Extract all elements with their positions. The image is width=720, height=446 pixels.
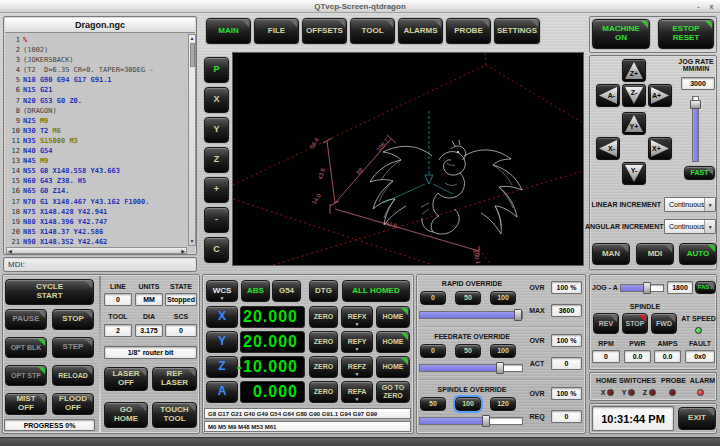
feed-50-button[interactable]: 50 — [455, 344, 481, 358]
zero-y-button[interactable]: ZERO — [309, 331, 338, 353]
view-y-button[interactable]: Y — [204, 117, 229, 143]
angular-increment-select[interactable]: Continuous ▼ — [664, 219, 716, 234]
tab-alarms[interactable]: ALARMS — [398, 18, 443, 44]
gcode-line[interactable]: 3(JOKERSBACK) — [6, 55, 187, 65]
flood-button[interactable]: FLOOD OFF — [52, 393, 94, 415]
dtg-button[interactable]: DTG — [309, 280, 338, 302]
chevron-down-icon[interactable]: ▼ — [704, 198, 715, 211]
zero-z-button[interactable]: ZERO — [309, 356, 338, 378]
view-p-button[interactable]: P — [204, 57, 229, 83]
axis-x-button[interactable]: X — [206, 306, 238, 328]
go-to-zero-button[interactable]: GO TO ZERO — [376, 381, 410, 403]
axis-z-button[interactable]: Z — [206, 356, 238, 378]
scroll-left-icon[interactable]: ◀ — [8, 248, 12, 254]
g54-button[interactable]: G54 — [272, 280, 301, 302]
close-button[interactable]: x — [706, 2, 717, 12]
rapid-50-button[interactable]: 50 — [455, 291, 481, 305]
rapid-0-button[interactable]: 0 — [420, 291, 446, 305]
home-z-button[interactable]: HOME — [376, 356, 410, 378]
gcode-line[interactable]: 20N85 X148.37 Y42.586 — [6, 227, 187, 237]
scroll-down-icon[interactable]: ▼ — [189, 238, 195, 245]
jog-rate-slider[interactable] — [692, 96, 699, 162]
axis-y-button[interactable]: Y — [206, 331, 238, 353]
feedrate-override-slider[interactable] — [419, 364, 523, 372]
ref-z-button[interactable]: REFZ▼ — [341, 356, 373, 378]
tab-tool[interactable]: TOOL — [350, 18, 395, 44]
ref-x-button[interactable]: REFX▼ — [341, 306, 373, 328]
step-button[interactable]: STEP — [52, 337, 94, 358]
home-y-button[interactable]: HOME — [376, 331, 410, 353]
gcode-line[interactable]: 5N10 G90 G94 G17 G91.1 — [6, 75, 187, 85]
gcode-line[interactable]: 17N70 G1 X148.467 Y43.162 F1000. — [6, 197, 187, 207]
gcode-line[interactable]: 6N15 G21 — [6, 85, 187, 95]
axis-a-button[interactable]: A — [206, 381, 238, 403]
gcode-line[interactable]: 15N60 G43 Z38. H5 — [6, 176, 187, 186]
plot-canvas[interactable]: 56.6 43.6 14.0 88 108.7 82.9 200.1 — [232, 52, 584, 266]
touch-tool-button[interactable]: TOUCH TOOL — [152, 402, 197, 428]
view-z-button[interactable]: Z — [204, 147, 229, 173]
gcode-line[interactable]: 19N80 X148.396 Y42.747 — [6, 217, 187, 227]
gcode-line[interactable]: 9N25 M9 — [6, 116, 187, 126]
feed-slider-handle[interactable] — [496, 362, 504, 374]
gcode-hscrollbar[interactable]: ◀ ▶ — [6, 247, 187, 254]
linear-increment-select[interactable]: Continuous ▼ — [664, 197, 716, 212]
tab-probe[interactable]: PROBE — [446, 18, 491, 44]
jog-x-plus-button[interactable]: X+ — [648, 137, 672, 160]
gcode-line[interactable]: 10N30 T2 M6 — [6, 126, 187, 136]
jog-a-minus-button[interactable]: A- — [596, 84, 620, 107]
exit-button[interactable]: EXIT — [678, 407, 716, 430]
mdi-input[interactable]: MDI: — [3, 257, 197, 272]
gcode-line[interactable]: 18N75 X148.428 Y42.941 — [6, 207, 187, 217]
gcode-line[interactable]: 1% — [6, 35, 187, 45]
cycle-start-button[interactable]: CYCLE START — [5, 279, 94, 305]
opt-blk-button[interactable]: OPT BLK — [5, 337, 47, 358]
jog-a-plus-button[interactable]: A+ — [648, 84, 672, 107]
gcode-line[interactable]: 12N40 G54 — [6, 146, 187, 156]
gcode-line[interactable]: 8(DRAGON) — [6, 106, 187, 116]
titlebar[interactable]: QTvcp-Screen-qtdragon - x — [0, 0, 720, 13]
gcode-line[interactable]: 11N35 S15000 M3 — [6, 136, 187, 146]
mdi-mode-button[interactable]: MDI — [636, 243, 674, 265]
tab-main[interactable]: MAIN — [206, 18, 251, 44]
gcode-line[interactable]: 13N45 M9 — [6, 156, 187, 166]
jog-a-slider-handle[interactable] — [643, 282, 651, 294]
jog-a-value[interactable]: 1800 — [667, 281, 693, 294]
gcode-line[interactable]: 2(1002) — [6, 45, 187, 55]
gcode-line[interactable]: 14N55 G0 X148.558 Y43.663 — [6, 166, 187, 176]
jog-a-slider[interactable] — [620, 284, 664, 292]
gcode-line[interactable]: 16N65 G0 Z14. — [6, 186, 187, 196]
clear-plot-button[interactable]: C — [204, 237, 229, 263]
ref-laser-button[interactable]: REF LASER — [152, 367, 197, 391]
jog-a-fast-button[interactable]: FAST — [695, 281, 716, 294]
gcode-line[interactable]: 4(T2 D=6.35 CR=0. TAPER=30DEG - — [6, 65, 187, 75]
tab-offsets[interactable]: OFFSETS — [302, 18, 347, 44]
abs-button[interactable]: ABS — [241, 280, 270, 302]
zoom-in-button[interactable]: + — [204, 177, 229, 203]
jog-rate-slider-handle[interactable] — [690, 100, 701, 109]
rapid-override-slider[interactable] — [419, 311, 523, 319]
jog-fast-button[interactable]: FAST — [684, 166, 715, 180]
mist-button[interactable]: MIST OFF — [5, 393, 47, 415]
gcode-vscrollbar[interactable]: ▲ ▼ — [188, 34, 196, 246]
jog-y-plus-button[interactable]: Y+ — [622, 112, 646, 135]
spindle-slider-handle[interactable] — [482, 415, 490, 427]
wcs-button[interactable]: WCS ▼ — [206, 280, 238, 302]
zoom-out-button[interactable]: - — [204, 207, 229, 233]
home-x-button[interactable]: HOME — [376, 306, 410, 328]
tab-settings[interactable]: SETTINGS — [494, 18, 540, 44]
reload-button[interactable]: RELOAD — [52, 365, 94, 386]
ref-a-button[interactable]: REFA▼ — [341, 381, 373, 403]
jog-y-minus-button[interactable]: Y- — [622, 162, 646, 185]
estop-reset-button[interactable]: ESTOP RESET — [658, 19, 714, 49]
view-x-button[interactable]: X — [204, 87, 229, 113]
scroll-right-icon[interactable]: ▶ — [181, 248, 185, 254]
spindle-50-button[interactable]: 50 — [420, 397, 446, 411]
jog-z-plus-button[interactable]: Z+ — [622, 59, 646, 82]
laser-button[interactable]: LASER OFF — [104, 367, 148, 391]
jog-z-minus-button[interactable]: Z- — [622, 84, 646, 107]
auto-mode-button[interactable]: AUTO — [679, 243, 717, 265]
chevron-down-icon[interactable]: ▼ — [704, 220, 715, 233]
stop-button[interactable]: STOP — [52, 309, 94, 330]
machine-on-button[interactable]: MACHINE ON — [592, 19, 650, 49]
vscroll-thumb[interactable] — [190, 43, 195, 67]
